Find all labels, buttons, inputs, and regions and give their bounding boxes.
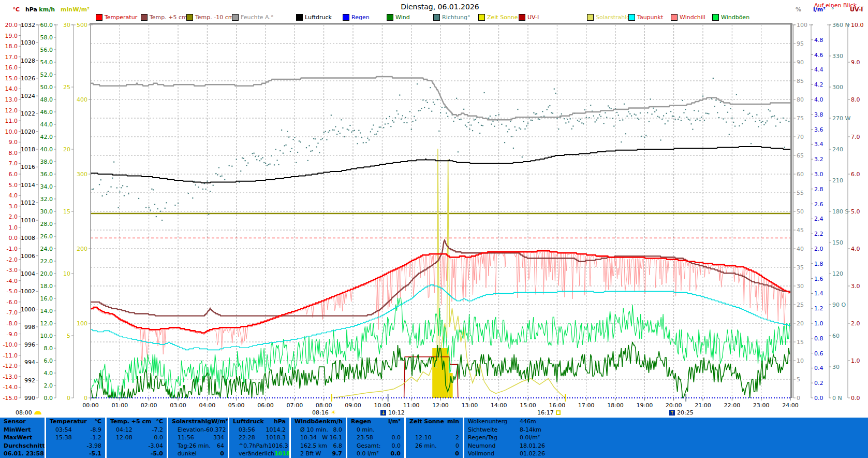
sunset-marker: 16:17 <box>537 409 561 416</box>
cell-label: dunkel <box>178 450 197 458</box>
svg-text:1010: 1010 <box>21 217 35 224</box>
column-unit: °C <box>156 418 163 426</box>
row-label: MaxWert <box>4 434 32 442</box>
cell-label: 23:58 <box>357 434 373 442</box>
weather-chart-canvas: 20.019.018.017.016.015.014.013.012.011.0… <box>0 0 868 418</box>
svg-text:-1.0: -1.0 <box>7 246 18 252</box>
axis-header-lm2: l/m² <box>813 6 826 13</box>
weather-station-window: Dienstag, 06.01.2026 Auf einen Blick ...… <box>0 0 868 458</box>
legend-color-swatch <box>96 14 102 21</box>
svg-text:08:00: 08:00 <box>316 402 332 409</box>
legend-color-swatch <box>712 14 719 21</box>
svg-text:-2.0: -2.0 <box>7 256 18 263</box>
svg-text:20: 20 <box>797 320 804 327</box>
cell-value: -5.0 <box>151 450 163 458</box>
svg-text:0: 0 <box>797 395 800 402</box>
legend-item-uv-i[interactable]: UV-I <box>519 14 539 21</box>
svg-text:0.4: 0.4 <box>814 365 823 371</box>
column-unit: l/m² <box>388 418 401 426</box>
svg-text:2.0: 2.0 <box>44 382 53 389</box>
row-label: Durchschnitt <box>4 442 45 450</box>
column-unit: hPa <box>274 418 286 426</box>
table-column-temp-5-cm: Temp. +5 cm°C04:12-7.212:080.0-3.04-5.0 <box>107 418 167 458</box>
svg-text:1024: 1024 <box>21 93 35 99</box>
legend-item-zeit-sonne[interactable]: Zeit Sonne <box>478 14 518 21</box>
svg-text:2.8: 2.8 <box>814 186 823 193</box>
legend-item-regen[interactable]: Regen <box>343 14 370 21</box>
marker-time-label: 20:25 <box>677 409 694 416</box>
svg-text:30.0: 30.0 <box>40 208 53 215</box>
axis-header-degC: °C <box>12 6 20 13</box>
svg-text:4.0: 4.0 <box>814 96 823 103</box>
legend-label: Luftdruck <box>305 14 332 21</box>
legend-item-feuchte-a-[interactable]: Feuchte A.° <box>232 14 273 21</box>
cell-label: 03:54 <box>55 426 72 434</box>
svg-text:16.0: 16.0 <box>5 64 18 71</box>
svg-text:0: 0 <box>84 395 87 402</box>
svg-text:0.0: 0.0 <box>44 395 53 402</box>
axis-header-hPa: hPa <box>25 6 37 13</box>
legend-label: Solarstrahlg <box>596 14 630 21</box>
cell-value: 1018.3 <box>266 434 286 442</box>
svg-text:-3.0: -3.0 <box>7 267 18 274</box>
cell-value: -8.9 <box>91 426 101 434</box>
svg-text:21:00: 21:00 <box>695 402 711 409</box>
svg-text:42.0: 42.0 <box>40 134 53 140</box>
svg-text:13:00: 13:00 <box>461 402 478 409</box>
cell-label: 0 min. <box>357 426 375 434</box>
legend-item-richtung-[interactable]: Richtung° <box>433 14 470 21</box>
axis-header-uvi: UV-I <box>850 6 863 13</box>
svg-text:0.2: 0.2 <box>814 380 823 387</box>
info-value: 8-14km <box>520 426 541 434</box>
svg-text:2.0: 2.0 <box>9 213 18 220</box>
marker-time-label: 16:17 <box>537 409 554 416</box>
legend-item-taupunkt[interactable]: Taupunkt <box>628 14 663 21</box>
legend-color-swatch <box>478 14 485 21</box>
svg-text:2.0: 2.0 <box>814 246 823 252</box>
svg-text:04:00: 04:00 <box>199 402 215 409</box>
svg-text:1.6: 1.6 <box>814 276 823 282</box>
cell-label: 2 Bft W <box>300 450 321 458</box>
table-column-windb-en: Windböenkm/hØ 10 min.8.010:34W 16.1162.5… <box>291 418 346 458</box>
cell-value: -7.2 <box>152 426 163 434</box>
cell-label: 0.0 l/m² <box>357 450 379 458</box>
svg-text:48.0: 48.0 <box>40 96 53 103</box>
svg-text:12:00: 12:00 <box>432 402 449 409</box>
cell-value: 64 <box>217 442 224 450</box>
svg-text:5.0: 5.0 <box>851 208 860 215</box>
svg-text:5.0: 5.0 <box>9 182 18 189</box>
row-label: 06.01. 23:58 <box>4 450 44 458</box>
legend-item-solarstrahlg[interactable]: Solarstrahlg <box>587 14 630 21</box>
svg-text:14.0: 14.0 <box>5 85 18 92</box>
svg-text:26.0: 26.0 <box>40 233 53 240</box>
info-value: 0.0l/m² <box>520 434 540 442</box>
svg-text:11:00: 11:00 <box>403 402 420 409</box>
svg-text:0: 0 <box>67 395 70 402</box>
legend-item-temp-10-cm-[interactable]: Temp. -10 cm° <box>186 14 237 21</box>
legend-item-wind[interactable]: Wind <box>387 14 410 21</box>
cell-value: 6.8 <box>333 442 343 450</box>
marker-time-label: 08:00 <box>16 409 32 416</box>
svg-text:90 O: 90 O <box>832 302 846 308</box>
svg-text:05:00: 05:00 <box>228 402 245 409</box>
svg-text:36.0: 36.0 <box>40 171 53 178</box>
svg-text:1012: 1012 <box>21 199 35 206</box>
svg-text:9.0: 9.0 <box>9 139 18 146</box>
svg-text:1000: 1000 <box>21 306 35 313</box>
svg-text:-5.0: -5.0 <box>7 288 18 295</box>
legend-item-windchill[interactable]: Windchill <box>671 14 705 21</box>
cell-value: 2 <box>455 434 459 442</box>
svg-text:1020: 1020 <box>21 128 35 135</box>
legend-item-temperatur[interactable]: Temperatur <box>96 14 137 21</box>
svg-text:10.0: 10.0 <box>5 128 18 135</box>
sunrise-marker: 08:16☀ <box>312 409 336 416</box>
svg-text:15:00: 15:00 <box>520 402 536 409</box>
svg-text:15: 15 <box>63 208 70 215</box>
cell-label: Elevation <box>178 426 204 434</box>
legend-item-windb-en[interactable]: Windböen <box>712 14 749 21</box>
legend-item-luftdruck[interactable]: Luftdruck <box>296 14 332 21</box>
legend-item-temp-5-cm-[interactable]: Temp. +5 cm° <box>141 14 190 21</box>
info-label: Regen/Tag <box>468 434 520 442</box>
column-name: Windböen <box>295 418 327 426</box>
svg-text:20: 20 <box>63 146 70 153</box>
